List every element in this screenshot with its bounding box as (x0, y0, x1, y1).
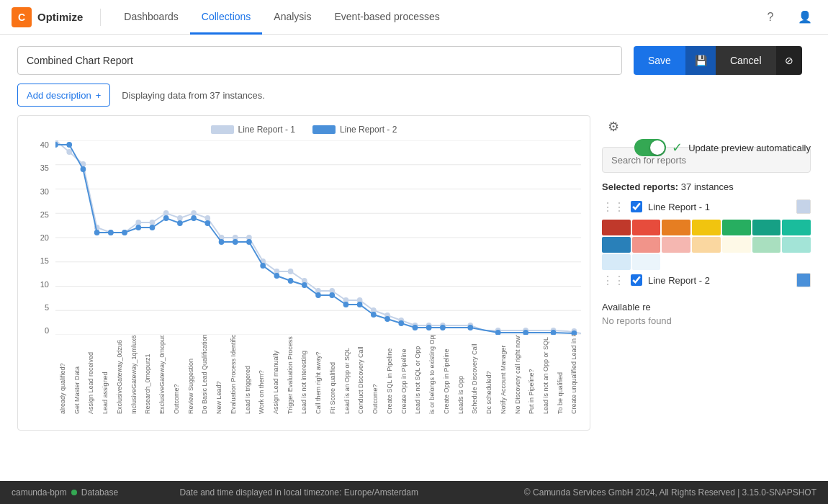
svg-point-67 (384, 316, 390, 322)
x-label-30: Dc scheduled? (482, 335, 496, 414)
no-reports-text: No reports found (602, 315, 811, 326)
chart-container: 40 35 30 25 20 15 10 5 0 (27, 140, 581, 421)
instances-count-val: 37 instances (681, 181, 734, 192)
x-label-4: ExclusiveGateway_0dzu6 (112, 335, 127, 414)
chart-legend: Line Report - 1 Line Report - 2 (27, 125, 581, 135)
x-label-24: Create Opp in Pipeline (397, 335, 411, 414)
svg-point-72 (467, 325, 473, 330)
x-label-0: already qualified? (55, 335, 70, 414)
selected-label: Selected reports: 37 instances (602, 181, 811, 192)
footer-timezone: Date and time displayed in local timezon… (180, 487, 419, 498)
svg-point-61 (302, 282, 307, 288)
x-label-36: Create unqualified Lead in Pipeline (567, 335, 581, 414)
gear-button[interactable]: ⚙ (602, 115, 625, 138)
color-cell-15[interactable] (632, 254, 661, 270)
svg-point-49 (135, 225, 141, 230)
update-preview-toggle[interactable] (634, 139, 666, 156)
color-cell-13[interactable] (782, 237, 811, 253)
save-icon-button[interactable]: 💾 (685, 46, 716, 75)
color-cell-0[interactable] (602, 220, 631, 235)
instances-text: Displaying data from 37 instances. (122, 90, 265, 101)
report-name-2: Line Report - 2 (648, 275, 791, 286)
nav-event-based[interactable]: Event-based processes (323, 0, 451, 35)
color-cell-7[interactable] (602, 237, 631, 253)
update-preview-label: Update preview automatically (688, 143, 811, 153)
x-label-11: New Lead? (212, 335, 226, 414)
color-cell-10[interactable] (692, 237, 721, 253)
svg-point-50 (150, 225, 156, 230)
drag-handle-1[interactable]: ⋮⋮ (602, 200, 625, 214)
cancel-button[interactable]: Cancel (716, 46, 776, 75)
chart-svg (55, 140, 581, 335)
report-title-input[interactable] (17, 46, 622, 75)
x-label-5: InclusiveGateway_1qmlux6 (127, 335, 141, 414)
x-label-32: No Discovery call right now? (510, 335, 525, 414)
y-label-35: 35 (40, 163, 49, 172)
user-button[interactable]: 👤 (793, 6, 816, 29)
y-label-25: 25 (40, 210, 49, 219)
x-label-29: Schedule Discovery Call (467, 335, 482, 414)
footer-copyright: © Camunda Services GmbH 2024, All Rights… (524, 487, 816, 498)
color-cell-14[interactable] (602, 254, 631, 270)
add-description-button[interactable]: Add description + (17, 84, 110, 107)
nav-right: ? 👤 (759, 6, 816, 29)
svg-point-58 (260, 263, 266, 269)
svg-point-15 (135, 220, 141, 225)
y-label-40: 40 (40, 140, 49, 149)
cancel-icon-button[interactable]: ⊘ (776, 46, 802, 75)
color-cell-3[interactable] (692, 220, 721, 235)
help-button[interactable]: ? (759, 6, 782, 29)
drag-handle-2[interactable]: ⋮⋮ (602, 274, 625, 287)
color-cell-8[interactable] (632, 237, 661, 253)
color-cell-6[interactable] (782, 220, 811, 235)
color-cell-12[interactable] (752, 237, 781, 253)
svg-point-18 (177, 215, 183, 221)
x-label-27: Create Opp in Pipeline (439, 335, 454, 414)
x-label-35: To be qualified (553, 335, 567, 414)
x-label-19: Fit Score qualified (325, 335, 340, 414)
color-cell-2[interactable] (662, 220, 690, 235)
x-label-26: is or belongs to existing Opp (425, 335, 439, 414)
save-button[interactable]: Save (634, 46, 685, 75)
svg-point-19 (191, 210, 197, 216)
x-label-28: Leads is Opp (454, 335, 468, 414)
report-color-1[interactable] (796, 199, 811, 214)
color-palette (602, 220, 811, 270)
svg-point-45 (81, 166, 86, 172)
color-cell-5[interactable] (752, 220, 781, 235)
svg-point-66 (371, 312, 377, 318)
legend-item-1: Line Report - 1 (211, 125, 295, 135)
nav-collections[interactable]: Collections (190, 0, 262, 35)
x-label-1: Get Master Data (70, 335, 84, 414)
x-label-2: Assign Lead received (84, 335, 98, 414)
x-label-6: Research_0mopurz1 (140, 335, 155, 414)
color-cell-11[interactable] (722, 237, 751, 253)
color-cell-9[interactable] (662, 237, 690, 253)
svg-point-20 (204, 215, 210, 221)
footer-db: camunda-bpm Database (12, 487, 118, 498)
svg-point-48 (122, 230, 127, 235)
color-cell-1[interactable] (632, 220, 661, 235)
svg-point-68 (398, 320, 404, 326)
svg-point-71 (440, 325, 446, 330)
report-color-2[interactable] (796, 273, 811, 287)
x-label-9: Review Suggestion (184, 335, 198, 414)
report-checkbox-2[interactable] (631, 274, 642, 286)
x-label-25: Lead is not SQL or Opp (410, 335, 425, 414)
y-label-15: 15 (40, 256, 49, 265)
svg-point-46 (94, 230, 100, 235)
nav-analysis[interactable]: Analysis (262, 0, 323, 35)
x-label-10: Do Basic Lead Qualification (197, 335, 212, 414)
svg-point-70 (426, 325, 432, 330)
report-item-1: ⋮⋮ Line Report - 1 (602, 197, 811, 217)
logo-area: C Optimize (12, 7, 83, 27)
svg-point-17 (163, 210, 169, 216)
color-cell-4[interactable] (722, 220, 751, 235)
chart-area: Line Report - 1 Line Report - 2 40 35 30… (17, 115, 590, 431)
footer: camunda-bpm Database Date and time displ… (0, 481, 828, 504)
svg-point-10 (66, 149, 72, 155)
x-label-17: Lead is not interesting (297, 335, 311, 414)
report-checkbox-1[interactable] (631, 201, 642, 212)
nav-dashboards[interactable]: Dashboards (112, 0, 190, 35)
x-label-23: Create SQL in Pipeline (382, 335, 397, 414)
